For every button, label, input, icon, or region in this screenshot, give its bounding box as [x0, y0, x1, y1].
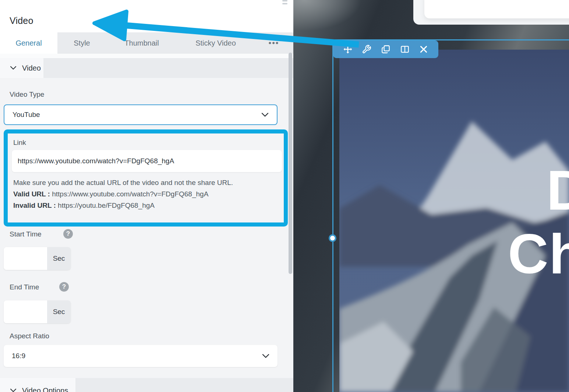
selection-drag-handle[interactable]	[329, 234, 336, 242]
chevron-down-icon	[262, 354, 269, 358]
link-field-highlight: Link Make sure you add the actual URL of…	[4, 129, 288, 227]
start-time-label: Start Time ?	[10, 230, 42, 238]
tab-style[interactable]: Style	[57, 32, 106, 54]
link-label: Link	[13, 139, 26, 147]
chevron-down-icon	[261, 113, 269, 117]
panel-title: Video	[10, 15, 33, 26]
invalid-url-label: Invalid URL :	[13, 202, 56, 209]
video-type-label: Video Type	[10, 90, 44, 99]
chevron-down-icon	[10, 66, 16, 70]
section-video-toggle[interactable]: Video	[0, 58, 43, 78]
element-toolbar	[333, 40, 438, 58]
divider	[0, 54, 293, 58]
edit-icon[interactable]	[361, 44, 372, 55]
video-title-text: Cho	[508, 222, 569, 286]
panel-scrollbar[interactable]	[289, 53, 292, 274]
end-time-input[interactable]	[4, 300, 47, 323]
widget-settings-panel: Video General Style Thumbnail Sticky Vid…	[0, 0, 293, 392]
tab-thumbnail[interactable]: Thumbnail	[106, 32, 177, 54]
tab-more[interactable]: •••	[254, 32, 293, 54]
end-time-unit: Sec	[47, 300, 71, 323]
panel-menu-icon[interactable]	[282, 0, 287, 5]
editor-canvas: D Cho	[293, 0, 569, 392]
chevron-down-icon	[10, 389, 16, 392]
link-input[interactable]	[12, 150, 282, 172]
move-icon[interactable]	[342, 44, 353, 55]
aspect-ratio-value: 16:9	[12, 352, 25, 360]
start-time-unit: Sec	[47, 247, 71, 270]
tab-sticky-video[interactable]: Sticky Video	[177, 32, 254, 54]
video-title-text: D	[547, 158, 569, 222]
link-description: Make sure you add the actual URL of the …	[13, 177, 233, 211]
section-video-title: Video	[22, 64, 41, 72]
section-video-options-toggle[interactable]: Video Options	[0, 378, 75, 392]
panel-header: Video	[0, 0, 293, 32]
valid-url-label: Valid URL :	[13, 190, 50, 198]
selection-outline-left	[332, 39, 333, 392]
settings-tabbar: General Style Thumbnail Sticky Video •••	[0, 32, 293, 54]
video-type-select[interactable]: YouTube	[4, 104, 278, 125]
section-video-options-header: Video Options	[0, 378, 293, 392]
tab-general[interactable]: General	[0, 32, 57, 54]
duplicate-icon[interactable]	[380, 44, 391, 55]
page-card	[424, 0, 569, 18]
video-type-value: YouTube	[13, 111, 40, 119]
link-help-text: Make sure you add the actual URL of the …	[13, 177, 233, 188]
section-video-options-title: Video Options	[22, 386, 68, 392]
valid-url-value: https://www.youtube.com/watch?v=FDgFQ68_…	[52, 190, 208, 198]
video-widget-preview[interactable]: D Cho	[339, 50, 569, 392]
help-icon[interactable]: ?	[63, 229, 73, 239]
aspect-ratio-select[interactable]: 16:9	[4, 345, 278, 367]
invalid-url-value: https://youtu.be/FDgFQ68_hgA	[58, 202, 155, 209]
aspect-ratio-label: Aspect Ratio	[10, 332, 49, 340]
delete-icon[interactable]	[418, 44, 429, 55]
columns-icon[interactable]	[399, 44, 410, 55]
start-time-field: Sec	[4, 247, 71, 270]
end-time-field: Sec	[4, 300, 71, 323]
video-frame-image	[339, 50, 569, 392]
end-time-label: End Time ?	[10, 283, 39, 291]
start-time-input[interactable]	[4, 247, 47, 270]
section-video-header: Video	[0, 58, 293, 78]
help-icon[interactable]: ?	[59, 282, 69, 292]
